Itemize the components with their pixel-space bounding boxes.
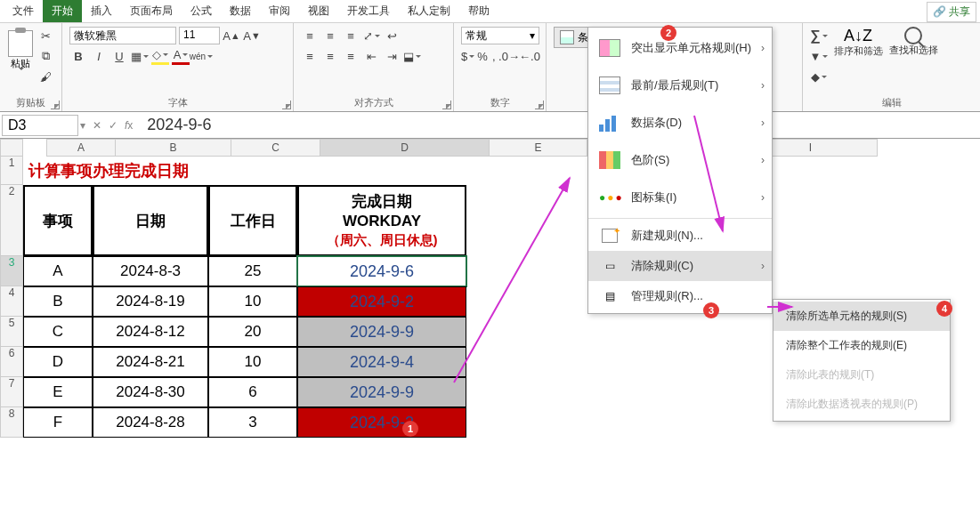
row-header-5[interactable]: 5 xyxy=(0,317,23,347)
cell-B4[interactable]: 2024-8-19 xyxy=(93,286,208,317)
dec-decimal-icon[interactable]: ←.0 xyxy=(521,47,539,65)
menu-custom[interactable]: 私人定制 xyxy=(399,0,459,22)
menu-review[interactable]: 审阅 xyxy=(260,0,299,22)
cell-C4[interactable]: 10 xyxy=(208,286,297,317)
cell-D7[interactable]: 2024-9-9 xyxy=(297,377,466,407)
row-header-6[interactable]: 6 xyxy=(0,347,23,377)
menu-formula[interactable]: 公式 xyxy=(182,0,221,22)
cell-D3[interactable]: 2024-9-6 xyxy=(297,256,466,286)
comma-icon[interactable]: , xyxy=(490,47,498,65)
row-header-7[interactable]: 7 xyxy=(0,377,23,407)
cell-A5[interactable]: C xyxy=(23,317,93,347)
cell-A6[interactable]: D xyxy=(23,347,93,377)
fill-icon[interactable]: ▼ xyxy=(810,47,828,65)
paste-button[interactable]: 粘贴 xyxy=(7,30,34,83)
row-header-2[interactable]: 2 xyxy=(0,185,23,256)
clear-selected-cells-rules[interactable]: 清除所选单元格的规则(S) xyxy=(773,302,950,331)
cut-icon[interactable]: ✂ xyxy=(36,27,54,44)
col-header-D[interactable]: D xyxy=(320,139,490,157)
cf-top-bottom-rules[interactable]: 最前/最后规则(T)› xyxy=(588,67,772,104)
cell-C6[interactable]: 10 xyxy=(208,347,297,377)
sort-filter-button[interactable]: A↓Z 排序和筛选 xyxy=(833,27,883,56)
cf-data-bars[interactable]: 数据条(D)› xyxy=(588,104,772,141)
cell-A2[interactable]: 事项 xyxy=(23,185,93,256)
number-format-select[interactable]: 常规▾ xyxy=(461,27,539,44)
indent-dec-icon[interactable]: ⇤ xyxy=(362,47,380,65)
share-button[interactable]: 🔗 共享 xyxy=(927,2,976,22)
cf-clear-rules[interactable]: ▭ 清除规则(C)› xyxy=(588,251,772,281)
cell-C7[interactable]: 6 xyxy=(208,377,297,407)
fill-color-icon[interactable]: ◇ xyxy=(151,47,169,65)
wrap-text-icon[interactable]: ↩ xyxy=(383,27,401,44)
menu-insert[interactable]: 插入 xyxy=(82,0,121,22)
cell-C3[interactable]: 25 xyxy=(208,256,297,286)
cell-D6[interactable]: 2024-9-4 xyxy=(297,347,466,377)
menu-layout[interactable]: 页面布局 xyxy=(121,0,182,22)
cell-B6[interactable]: 2024-8-21 xyxy=(93,347,208,377)
cell-D8[interactable]: 2024-9-2 xyxy=(297,407,466,438)
align-middle-icon[interactable]: ≡ xyxy=(321,27,339,44)
clear-sheet-rules[interactable]: 清除整个工作表的规则(E) xyxy=(773,331,950,360)
cell-D4[interactable]: 2024-9-2 xyxy=(297,286,466,317)
cell-A7[interactable]: E xyxy=(23,377,93,407)
row-header-8[interactable]: 8 xyxy=(0,407,23,438)
cell-C8[interactable]: 3 xyxy=(208,407,297,438)
menu-dev[interactable]: 开发工具 xyxy=(338,0,399,22)
orientation-icon[interactable]: ⤢ xyxy=(362,27,380,44)
cell-A1[interactable]: 计算事项办理完成日期 xyxy=(23,157,466,185)
formula-input[interactable]: 2024-9-6 xyxy=(140,114,980,136)
clear-icon[interactable]: ◆ xyxy=(810,68,828,85)
cf-color-scales[interactable]: 色阶(S)› xyxy=(588,141,772,179)
merge-icon[interactable]: ⬓ xyxy=(403,47,421,65)
cell-A3[interactable]: A xyxy=(23,256,93,286)
number-launcher[interactable] xyxy=(535,101,544,109)
cf-highlight-rules[interactable]: 突出显示单元格规则(H)› xyxy=(588,29,772,67)
copy-icon[interactable]: ⧉ xyxy=(36,47,54,65)
autosum-icon[interactable]: ∑ xyxy=(810,27,828,44)
row-header-4[interactable]: 4 xyxy=(0,286,23,317)
cancel-entry-icon[interactable]: ✕ xyxy=(93,119,101,132)
cf-icon-sets[interactable]: ●●● 图标集(I)› xyxy=(588,179,772,216)
cell-B5[interactable]: 2024-8-12 xyxy=(93,317,208,347)
cell-C5[interactable]: 20 xyxy=(208,317,297,347)
menu-view[interactable]: 视图 xyxy=(299,0,338,22)
clipboard-launcher[interactable] xyxy=(51,101,60,109)
menu-data[interactable]: 数据 xyxy=(221,0,260,22)
cf-manage-rules[interactable]: ▤ 管理规则(R)... xyxy=(588,281,772,311)
percent-icon[interactable]: % xyxy=(477,47,488,65)
align-bottom-icon[interactable]: ≡ xyxy=(342,27,360,44)
align-left-icon[interactable]: ≡ xyxy=(301,47,319,65)
font-name-select[interactable]: 微软雅黑 xyxy=(69,27,176,44)
col-header-B[interactable]: B xyxy=(116,139,231,157)
menu-home[interactable]: 开始 xyxy=(43,0,82,22)
find-select-button[interactable]: 查找和选择 xyxy=(888,27,938,55)
underline-icon[interactable]: U xyxy=(110,47,128,65)
align-launcher[interactable] xyxy=(442,101,451,109)
row-header-3[interactable]: 3 xyxy=(0,256,23,286)
cell-C2[interactable]: 工作日 xyxy=(208,185,297,256)
align-right-icon[interactable]: ≡ xyxy=(342,47,360,65)
indent-inc-icon[interactable]: ⇥ xyxy=(383,47,401,65)
font-launcher[interactable] xyxy=(282,101,291,109)
format-painter-icon[interactable]: 🖌 xyxy=(36,68,54,85)
font-size-select[interactable]: 11 xyxy=(179,27,220,44)
cell-A4[interactable]: B xyxy=(23,286,93,317)
phonetic-icon[interactable]: wén xyxy=(192,47,210,65)
cell-A8[interactable]: F xyxy=(23,407,93,438)
border-icon[interactable]: ▦ xyxy=(131,47,149,65)
name-box[interactable]: D3 xyxy=(2,115,78,136)
currency-icon[interactable]: $ xyxy=(461,47,474,65)
cf-new-rule[interactable]: 新建规则(N)... xyxy=(588,221,772,251)
menu-file[interactable]: 文件 xyxy=(4,0,43,22)
confirm-entry-icon[interactable]: ✓ xyxy=(109,119,117,132)
select-all-button[interactable] xyxy=(0,139,23,157)
italic-icon[interactable]: I xyxy=(90,47,108,65)
menu-help[interactable]: 帮助 xyxy=(459,0,498,22)
font-color-icon[interactable]: A xyxy=(172,47,190,65)
cell-D2[interactable]: 完成日期 WORKDAY （周六、周日休息) xyxy=(297,185,466,256)
row-header-1[interactable]: 1 xyxy=(0,157,23,185)
shrink-font-icon[interactable]: A▼ xyxy=(243,27,261,44)
col-header-C[interactable]: C xyxy=(231,139,320,157)
align-top-icon[interactable]: ≡ xyxy=(301,27,319,44)
fx-icon[interactable]: fx xyxy=(125,119,133,132)
